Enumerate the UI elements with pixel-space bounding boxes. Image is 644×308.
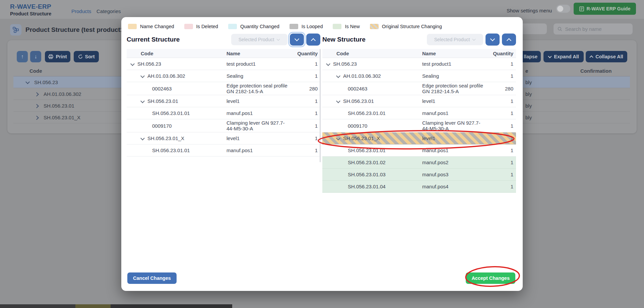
- printer-icon: [48, 54, 53, 59]
- chevron-down-icon[interactable]: [326, 61, 331, 67]
- taskbar-segment: [0, 304, 75, 308]
- legend-item: Is Looped: [289, 24, 323, 29]
- legend-item: Name Changed: [128, 24, 174, 29]
- structure-row-is-new[interactable]: SH.056.23.01.02 manuf.pos21: [322, 157, 516, 169]
- book-icon: [579, 6, 584, 11]
- chevron-right-icon[interactable]: [35, 92, 39, 96]
- chevron-down-icon: [295, 37, 299, 42]
- code-column-header: Code: [29, 68, 42, 74]
- new-structure-panel: New Structure Selected Product Code Name…: [322, 33, 516, 193]
- toggle-knob: [557, 6, 563, 12]
- structure-row[interactable]: SH.056.23.01 level11: [127, 95, 320, 107]
- accept-changes-button[interactable]: Accept Changes: [466, 272, 515, 284]
- legend-item: Quantity Changed: [228, 24, 279, 29]
- hierarchy-icon: [10, 24, 21, 36]
- is-looped-swatch: [289, 24, 298, 29]
- chevron-down-icon[interactable]: [140, 73, 145, 79]
- structure-row[interactable]: SH.056.23 test product11: [127, 58, 320, 70]
- type-column-header-fragment: e: [525, 68, 528, 74]
- selected-product-dropdown[interactable]: Selected Product: [427, 34, 483, 45]
- chevron-down-icon: [548, 55, 552, 58]
- chevron-up-icon: [590, 55, 593, 58]
- structure-row[interactable]: 0002463 Edge protection seal profile GN …: [127, 82, 320, 95]
- chevron-down-icon: [277, 38, 280, 41]
- settings-toggle-label: Show settings menu: [507, 8, 552, 13]
- structure-row-is-new[interactable]: SH.056.23.01.04 manuf.pos41: [322, 181, 516, 193]
- chevron-right-icon[interactable]: [35, 116, 39, 120]
- quantity-changed-swatch: [228, 24, 237, 29]
- print-button[interactable]: Print: [45, 51, 70, 62]
- erp-guide-button[interactable]: R-WAVE ERP Guide: [574, 3, 636, 15]
- chevron-down-icon[interactable]: [25, 80, 29, 84]
- search-icon: [558, 26, 562, 32]
- cancel-changes-button[interactable]: Cancel Changes: [127, 272, 177, 284]
- expand-all-button[interactable]: Expand All: [543, 51, 584, 62]
- chevron-down-icon: [472, 38, 476, 41]
- nav-products[interactable]: Products: [71, 8, 91, 14]
- screen: R-WAVE-ERP Product Structure Products Ca…: [0, 0, 644, 308]
- panel-scrollbar[interactable]: [320, 49, 321, 162]
- new-structure-title: New Structure: [322, 36, 366, 43]
- selected-product-dropdown[interactable]: Selected Product: [231, 34, 287, 45]
- structure-row[interactable]: SH.056.23.01_X level11: [127, 132, 320, 144]
- chevron-down-icon[interactable]: [336, 136, 341, 141]
- nav-categories[interactable]: Categories: [96, 8, 121, 14]
- legend-item: Is Deleted: [184, 24, 218, 29]
- collapse-all-button[interactable]: Collapse All: [586, 51, 627, 62]
- structure-row[interactable]: 0002463 Edge protection seal profile GN …: [322, 82, 516, 95]
- scroll-down-button[interactable]: [486, 34, 500, 46]
- chevron-down-icon[interactable]: [130, 61, 135, 67]
- scroll-down-button[interactable]: [290, 34, 304, 46]
- confirmation-column-header: Confirmation: [580, 68, 611, 74]
- current-structure-title: Current Structure: [127, 36, 180, 43]
- structure-row-original-structure-changing[interactable]: SH.056.23.01_X level11: [322, 132, 516, 144]
- structure-row[interactable]: AH.01.03.06.302 Sealing1: [127, 70, 320, 82]
- chevron-down-icon: [490, 37, 495, 42]
- settings-toggle[interactable]: [556, 5, 570, 13]
- search-box[interactable]: [554, 23, 633, 35]
- current-structure-panel: Current Structure Selected Product Code …: [127, 33, 320, 157]
- structure-row[interactable]: 0009170 Clamping lever GN 927.7-44-M5-30…: [127, 119, 320, 132]
- move-up-button[interactable]: ↑: [17, 51, 28, 62]
- structure-row[interactable]: SH.056.23.01.01 manuf.pos11: [322, 144, 516, 157]
- structure-row[interactable]: SH.056.23.01 level11: [322, 95, 516, 107]
- chevron-up-icon: [507, 37, 511, 42]
- chevron-right-icon[interactable]: [35, 104, 39, 108]
- chevron-down-icon[interactable]: [336, 99, 341, 104]
- structure-row[interactable]: SH.056.23 test product11: [322, 58, 516, 70]
- table-header: Code Name Quantity: [127, 49, 320, 58]
- app-topbar: R-WAVE-ERP Product Structure Products Ca…: [0, 0, 644, 19]
- chevron-down-icon[interactable]: [336, 73, 341, 79]
- scroll-up-button[interactable]: [306, 34, 320, 46]
- app-brand-subtitle: Product Structure: [10, 11, 51, 16]
- structure-row[interactable]: SH.056.23.01.01 manuf.pos11: [127, 107, 320, 119]
- taskbar-progress-segment: [75, 304, 111, 308]
- page-title: Product Structure (test product1): [25, 26, 126, 34]
- structure-compare-modal: Name Changed Is Deleted Quantity Changed…: [121, 17, 523, 291]
- legend-item: Original Structure Changing: [370, 24, 442, 29]
- structure-row[interactable]: SH.056.23.01.01 manuf.pos11: [322, 107, 516, 119]
- structure-row[interactable]: AH.01.03.06.302 Sealing1: [322, 70, 516, 82]
- sort-button[interactable]: Sort: [74, 51, 99, 62]
- current-structure-table: Code Name Quantity SH.056.23 test produc…: [127, 49, 320, 157]
- structure-row[interactable]: 0009170 Clamping lever GN 927.7-44-M5-30…: [322, 119, 516, 132]
- name-changed-swatch: [128, 24, 137, 29]
- taskbar: [0, 304, 232, 308]
- original-structure-changing-swatch: [370, 24, 379, 29]
- is-new-swatch: [333, 24, 341, 29]
- legend: Name Changed Is Deleted Quantity Changed…: [128, 24, 442, 29]
- search-input[interactable]: [565, 26, 629, 32]
- move-down-button[interactable]: ↓: [30, 51, 41, 62]
- chevron-down-icon[interactable]: [140, 136, 145, 141]
- legend-item: Is New: [333, 24, 360, 29]
- table-header: Code Name Quantity: [322, 49, 516, 58]
- is-deleted-swatch: [184, 24, 193, 29]
- structure-row[interactable]: SH.056.23.01.01 manuf.pos11: [127, 144, 320, 157]
- new-structure-table: Code Name Quantity SH.056.23 test produc…: [322, 49, 516, 193]
- chevron-down-icon[interactable]: [140, 99, 145, 104]
- app-brand: R-WAVE-ERP: [10, 3, 51, 10]
- scroll-up-button[interactable]: [502, 34, 516, 46]
- sort-refresh-icon: [78, 54, 83, 59]
- chevron-up-icon: [311, 37, 316, 42]
- structure-row-is-new[interactable]: SH.056.23.01.03 manuf.pos31: [322, 169, 516, 181]
